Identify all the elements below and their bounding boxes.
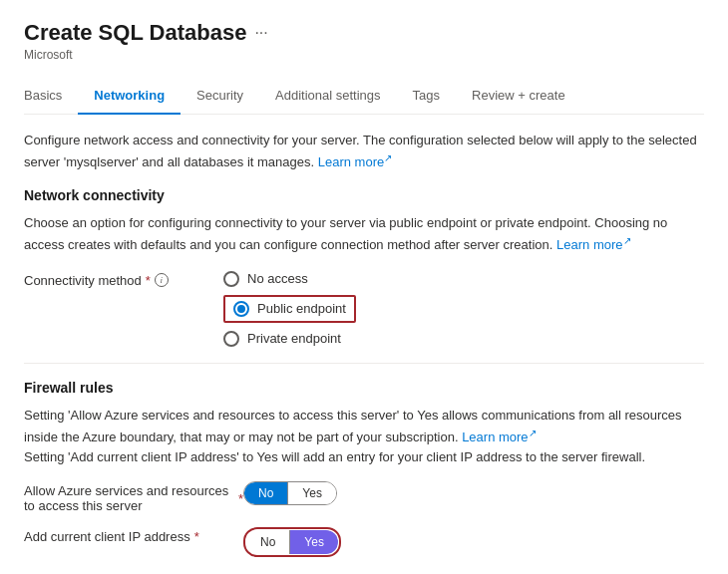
tab-review-create[interactable]: Review + create (456, 78, 581, 115)
network-connectivity-title: Network connectivity (24, 187, 704, 203)
content-area: Configure network access and connectivit… (24, 115, 704, 557)
radio-no-access[interactable]: No access (223, 271, 356, 287)
tab-tags[interactable]: Tags (397, 78, 456, 115)
connectivity-radio-group: No access Public endpoint Private endpoi… (223, 271, 356, 347)
radio-public-endpoint-label: Public endpoint (257, 301, 346, 316)
public-endpoint-highlight: Public endpoint (223, 295, 356, 323)
tab-additional-settings[interactable]: Additional settings (259, 78, 397, 115)
add-ip-no-button[interactable]: No (246, 530, 289, 554)
add-ip-yes-button[interactable]: Yes (290, 530, 338, 554)
external-link-icon-1: ↗ (384, 152, 392, 163)
radio-private-endpoint-label: Private endpoint (247, 331, 341, 346)
tab-security[interactable]: Security (181, 78, 259, 115)
radio-public-endpoint-input[interactable] (233, 301, 249, 317)
add-ip-toggle[interactable]: No Yes (246, 530, 338, 554)
tab-basics[interactable]: Basics (24, 78, 78, 115)
add-ip-required: * (194, 529, 199, 544)
add-ip-highlight: No Yes (243, 527, 341, 557)
connectivity-description: Choose an option for configuring connect… (24, 213, 704, 254)
radio-no-access-label: No access (247, 271, 308, 286)
learn-more-link-2[interactable]: Learn more↗ (556, 237, 630, 252)
ellipsis-menu-icon[interactable]: ··· (254, 24, 267, 42)
connectivity-method-row: Connectivity method * i No access Public… (24, 271, 704, 347)
info-icon[interactable]: i (155, 273, 169, 287)
radio-public-endpoint[interactable]: Public endpoint (233, 301, 346, 317)
add-ip-row: Add current client IP address * No Yes (24, 527, 704, 557)
required-indicator: * (146, 273, 151, 288)
radio-private-endpoint[interactable]: Private endpoint (223, 331, 356, 347)
top-description: Configure network access and connectivit… (24, 131, 704, 171)
external-link-icon-2: ↗ (623, 235, 631, 246)
allow-azure-no-button[interactable]: No (244, 482, 287, 504)
connectivity-method-label: Connectivity method * i (24, 271, 223, 288)
page-subtitle: Microsoft (24, 48, 704, 62)
radio-no-access-input[interactable] (223, 271, 239, 287)
page-title: Create SQL Database (24, 20, 246, 46)
learn-more-link-1[interactable]: Learn more↗ (318, 154, 392, 169)
radio-private-endpoint-input[interactable] (223, 331, 239, 347)
tab-networking[interactable]: Networking (78, 78, 181, 115)
tab-bar: Basics Networking Security Additional se… (24, 78, 704, 115)
firewall-description: Setting 'Allow Azure services and resour… (24, 406, 704, 468)
external-link-icon-3: ↗ (529, 428, 537, 438)
allow-azure-toggle[interactable]: No Yes (243, 481, 337, 505)
section-divider (24, 363, 704, 364)
allow-azure-label: Allow Azure services and resources to ac… (24, 481, 243, 513)
learn-more-link-3[interactable]: Learn more↗ (462, 430, 536, 444)
allow-azure-row: Allow Azure services and resources to ac… (24, 481, 704, 513)
firewall-rules-title: Firewall rules (24, 380, 704, 396)
add-ip-label: Add current client IP address * (24, 527, 243, 544)
allow-azure-yes-button[interactable]: Yes (288, 482, 336, 504)
add-ip-toggle-container: No Yes (243, 527, 341, 557)
allow-azure-toggle-container: No Yes (243, 481, 337, 505)
